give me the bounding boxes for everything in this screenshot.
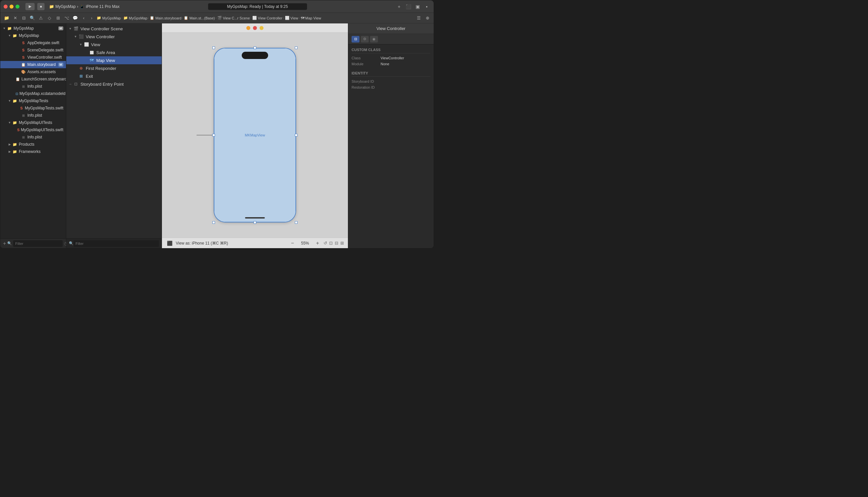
- scene-item-vc[interactable]: ▼ ⬛ View Controller: [66, 33, 162, 41]
- handle-middle-left[interactable]: [212, 134, 215, 137]
- nav-item-root[interactable]: 📁 MyGpsMap M: [0, 25, 66, 32]
- fullscreen-button[interactable]: [15, 5, 19, 9]
- folder-icon[interactable]: 📁: [3, 14, 10, 22]
- breadcrumb-item-vc[interactable]: ⬜ View Controller: [252, 16, 282, 20]
- breadcrumb-item-mainbase[interactable]: 📋 Main.st...(Base): [184, 16, 215, 20]
- nav-item-launchscreen[interactable]: 📋 LaunchScreen.storyboard: [0, 75, 66, 83]
- dot-orange[interactable]: [246, 26, 250, 30]
- arrow-icon: [7, 121, 12, 124]
- add-button[interactable]: +: [395, 3, 403, 10]
- nav-item-tests-swift[interactable]: S MyGpsMapTests.swift: [0, 104, 66, 112]
- breadcrumb-item-view[interactable]: ⬜ View: [285, 16, 298, 20]
- breadcrumb-label: View Controller: [258, 16, 282, 20]
- bookmark-icon[interactable]: ◇: [46, 14, 53, 22]
- nav-item-xcdatamodel[interactable]: ⊡ MyGpsMap.xcdatamodeld: [0, 90, 66, 97]
- minimize-button[interactable]: [10, 5, 14, 9]
- scene-item-entrypoint[interactable]: → ⊡ Storyboard Entry Point: [66, 80, 162, 88]
- warning-icon[interactable]: ⚠: [37, 14, 44, 22]
- scene-item-vcscene[interactable]: ▼ 🎬 View Controller Scene: [66, 25, 162, 33]
- scene-item-mapview[interactable]: 🗺 Map View: [66, 56, 162, 64]
- insp-label-storyboard-id: Storyboard ID: [352, 80, 378, 83]
- add-file-button[interactable]: +: [3, 241, 6, 246]
- scene-item-exit[interactable]: ⊠ Exit: [66, 72, 162, 80]
- scheme-selector[interactable]: 📁 MyGpsMap › 📱 iPhone 11 Pro Max: [49, 4, 120, 9]
- scene-item-firstresponder[interactable]: ⊕ First Responder: [66, 64, 162, 72]
- nav-item-uitests-plist[interactable]: ⊞ Info.plist: [0, 133, 66, 141]
- breadcrumb-item-mainstoryboard[interactable]: 📋 Main.storyboard: [150, 16, 181, 20]
- nav-arrows: ‹ ›: [80, 14, 95, 22]
- inspector-tab-size[interactable]: ◉: [370, 36, 378, 43]
- handle-top-right[interactable]: [295, 46, 297, 49]
- main-window: 📁 MyGpsMap › 📱 iPhone 11 Pro Max MyGpsMa…: [0, 0, 434, 248]
- entry-arrow-icon: →: [68, 82, 73, 86]
- breadcrumb-item-vcscene[interactable]: 🎬 View C...r Scene: [217, 16, 250, 20]
- inspector-toggle[interactable]: ▪: [423, 3, 430, 10]
- nav-item-assets[interactable]: 🎨 Assets.xcassets: [0, 68, 66, 75]
- run-button[interactable]: [25, 3, 34, 10]
- scene-filter-input[interactable]: [73, 240, 159, 247]
- nav-item-scenedelegate[interactable]: S SceneDelegate.swift: [0, 46, 66, 54]
- breadcrumb-item-mapview[interactable]: 🗺 Map View: [301, 16, 321, 20]
- nav-item-tests-plist[interactable]: ⊞ Info.plist: [0, 112, 66, 119]
- fit-width-icon[interactable]: ⊡: [329, 241, 333, 245]
- scene-item-view[interactable]: ▼ ⬜ View: [66, 41, 162, 48]
- zoom-in-button[interactable]: +: [314, 240, 321, 246]
- breadcrumb-label: MyGpsMap: [129, 16, 148, 20]
- dot-yellow[interactable]: [260, 26, 264, 30]
- layout-icon[interactable]: ⬛: [166, 240, 173, 247]
- iphone-screen: MKMapView: [214, 48, 295, 222]
- handle-bottom-left[interactable]: [212, 221, 215, 224]
- nav-item-infoplist[interactable]: ⊞ Info.plist: [0, 83, 66, 90]
- layout-toggle[interactable]: ▣: [414, 3, 421, 10]
- fit-page-icon[interactable]: ⊞: [340, 241, 344, 245]
- handle-top-left[interactable]: [212, 46, 215, 49]
- inspector-tab-identity[interactable]: ⊟: [352, 36, 360, 43]
- nav-item-label: Frameworks: [19, 149, 41, 154]
- handle-bottom-right[interactable]: [295, 221, 297, 224]
- folder-icon: 📁: [12, 120, 17, 125]
- add-editor-icon[interactable]: ⊕: [424, 14, 431, 22]
- stop-button[interactable]: [37, 3, 44, 10]
- breadcrumb-separator: ›: [251, 16, 252, 20]
- scene-icon: 🎬: [73, 26, 79, 32]
- inspector-tab-attributes[interactable]: ⚙: [361, 36, 369, 43]
- breadcrumb-item-mygpsmap2[interactable]: 📁 MyGpsMap: [123, 16, 148, 20]
- nav-group-products[interactable]: 📁 Products: [0, 141, 66, 148]
- scene-item-safearea[interactable]: ⬜ Safe Area: [66, 48, 162, 56]
- refresh-icon[interactable]: ↺: [323, 241, 327, 245]
- close-button[interactable]: [4, 5, 8, 9]
- inspector-panel: View Controller ⊟ ⚙ ◉ Custom Class Class…: [348, 24, 434, 248]
- entry-point-icon: ⊡: [73, 81, 79, 87]
- navigator-filter-input[interactable]: [13, 240, 63, 247]
- collapse-icon[interactable]: ⊟: [20, 14, 27, 22]
- breadcrumb-item-mygpsmap[interactable]: 📁 MyGpsMap: [97, 16, 121, 20]
- handle-bottom-center[interactable]: [254, 221, 256, 224]
- search-icon[interactable]: 🔍: [29, 14, 36, 22]
- link-icon[interactable]: ⌥: [63, 14, 70, 22]
- nav-item-label: Products: [19, 142, 34, 147]
- forward-button[interactable]: ›: [88, 14, 95, 22]
- navigator-toggle[interactable]: ⬛: [405, 3, 412, 10]
- dot-red[interactable]: [253, 26, 257, 30]
- folder-icon: 📁: [12, 33, 17, 38]
- handle-middle-right[interactable]: [295, 134, 297, 137]
- comment-icon[interactable]: 💬: [72, 14, 79, 22]
- zoom-out-button[interactable]: −: [289, 240, 296, 246]
- grid-icon[interactable]: ⊞: [54, 14, 62, 22]
- nav-group-tests[interactable]: 📁 MyGpsMapTests: [0, 97, 66, 104]
- nav-item-viewcontroller[interactable]: S ViewController.swift: [0, 54, 66, 61]
- nav-group-mygpsmap[interactable]: 📁 MyGpsMap: [0, 32, 66, 39]
- nav-item-mainstoryboard[interactable]: 📋 Main.storyboard M: [0, 61, 66, 68]
- nav-group-uitests[interactable]: 📁 MyGpsMapUITests: [0, 119, 66, 126]
- handle-top-center[interactable]: [254, 46, 256, 49]
- back-button[interactable]: ‹: [80, 14, 87, 22]
- nav-item-appdelegate[interactable]: S AppDelegate.swift: [0, 39, 66, 46]
- hamburger-icon[interactable]: ☰: [415, 14, 422, 22]
- nav-group-frameworks[interactable]: 📁 Frameworks: [0, 148, 66, 155]
- arrow-icon: [7, 143, 12, 146]
- breadcrumb-separator: ›: [182, 16, 183, 20]
- close-tab-icon[interactable]: ✕: [12, 14, 19, 22]
- responder-icon: ⊕: [78, 65, 84, 71]
- nav-item-uitests-swift[interactable]: S MyGpsMapUITests.swift: [0, 126, 66, 133]
- fit-height-icon[interactable]: ⊟: [335, 241, 338, 245]
